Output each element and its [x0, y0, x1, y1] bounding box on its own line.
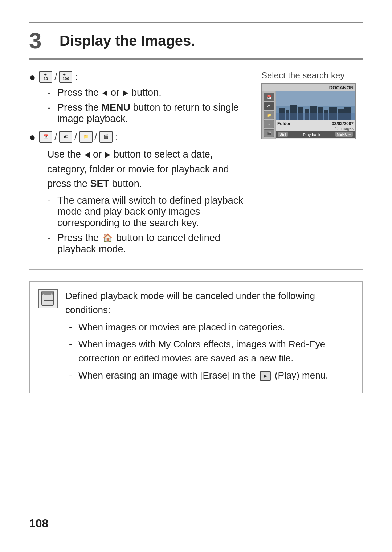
icon-date: 📅 — [39, 131, 52, 143]
bullet-1-icon: ✦10 / ✦100 : — [39, 70, 78, 83]
bullet-dot-1: ● — [29, 71, 36, 83]
note-content: Defined playback mode will be canceled u… — [65, 289, 354, 385]
cam-icon-1: 📅 — [264, 93, 274, 101]
icon-100: ✦100 — [59, 71, 72, 83]
icon-10-group: ✦10 / ✦100 : — [39, 71, 78, 83]
cam-icon-3: 📁 — [264, 111, 274, 119]
arrow-left-2 — [85, 152, 90, 158]
sub-item-1-1: - Press the or button. — [47, 87, 247, 98]
note-list: - When images or movies are placed in ca… — [69, 320, 354, 383]
step-header: 3 Display the Images. — [29, 22, 363, 60]
page-container: 3 Display the Images. ● ✦10 / — [29, 22, 363, 393]
camera-screen-body: 📅 🏷 📁 ✦ 🎬 — [262, 91, 355, 139]
note-list-item-1: - When images or movies are placed in ca… — [69, 320, 354, 334]
arrow-right-icon — [123, 90, 128, 96]
page-number: 108 — [29, 517, 48, 530]
camera-brand: DOCANON — [329, 85, 354, 90]
cam-icon-5: 🎬 — [264, 129, 274, 137]
svg-rect-1 — [276, 91, 355, 106]
note-icon-svg: ≡ — [40, 291, 56, 307]
camera-icons-col: 📅 🏷 📁 ✦ 🎬 — [262, 91, 276, 139]
sub-items-2: - The camera will switch to defined play… — [47, 195, 247, 255]
sub-item-2-1: - The camera will switch to defined play… — [47, 195, 247, 229]
icon-movie: 🎬 — [99, 131, 113, 143]
camera-image-svg — [276, 91, 355, 120]
camera-screen: DOCANON 📅 🏷 📁 ✦ 🎬 — [261, 83, 356, 139]
camera-folder-info: Folder 02/02/2007 13 images — [276, 120, 355, 131]
svg-rect-13 — [276, 113, 355, 120]
arrow-left-icon — [102, 90, 107, 96]
cam-icon-2: 🏷 — [264, 102, 274, 110]
icon-folder: 📁 — [79, 131, 93, 143]
camera-screen-top: DOCANON — [262, 84, 355, 91]
search-key-label: Select the search key — [261, 70, 344, 81]
right-column: Select the search key DOCANON 📅 🏷 📁 ✦ — [261, 70, 363, 139]
sub-items-1: - Press the or button. - Press the MENU … — [47, 87, 247, 124]
home-icon: 🏠 — [103, 233, 113, 243]
bullet-dot-2: ● — [29, 131, 36, 143]
icon-date-group: 📅 / 🏷 / 📁 / — [39, 131, 118, 143]
main-content: ● ✦10 / ✦100 : — [29, 70, 363, 270]
play-icon-inline: ▶ — [260, 371, 271, 381]
icon-10: ✦10 — [39, 71, 52, 83]
icon-category: 🏷 — [59, 131, 72, 143]
folder-date: 02/02/2007 — [332, 121, 354, 126]
cam-icon-4: ✦ — [264, 120, 274, 128]
note-list-item-2: - When images with My Colors effects, im… — [69, 337, 354, 365]
top-section: ● ✦10 / ✦100 : — [29, 70, 363, 258]
bullet-2-intro: Use the or button to select a date, cate… — [47, 147, 247, 191]
sub-item-1-2: - Press the MENU button to return to sin… — [47, 102, 247, 124]
note-box: ≡ Defined playback mode will be canceled… — [29, 281, 363, 393]
play-back-label: Play back — [303, 132, 320, 137]
set-btn: SET — [278, 132, 288, 137]
note-intro: Defined playback mode will be canceled u… — [65, 290, 315, 315]
note-list-item-3: - When erasing an image with [Erase] in … — [69, 368, 354, 383]
camera-bottom-bar: SET Play back MENU ↩ — [276, 131, 355, 138]
step-number: 3 — [29, 29, 51, 52]
menu-btn: MENU ↩ — [335, 132, 353, 137]
bullet-2: ● 📅 / 🏷 / — [29, 130, 247, 143]
bullet-1: ● ✦10 / ✦100 : — [29, 70, 247, 83]
camera-main-area: Folder 02/02/2007 13 images SET Play — [276, 91, 355, 139]
sub-item-2-2: - Press the 🏠 button to cancel defined p… — [47, 232, 247, 255]
svg-text:≡: ≡ — [43, 293, 45, 296]
step-title: Display the Images. — [60, 33, 195, 49]
arrow-right-2 — [105, 152, 110, 158]
camera-image-area — [276, 91, 355, 120]
left-column: ● ✦10 / ✦100 : — [29, 70, 247, 258]
folder-label: Folder — [277, 121, 291, 126]
bullet-2-icon: 📅 / 🏷 / 📁 / — [39, 130, 118, 143]
folder-images: 13 images — [335, 126, 354, 131]
note-icon: ≡ — [38, 289, 58, 308]
